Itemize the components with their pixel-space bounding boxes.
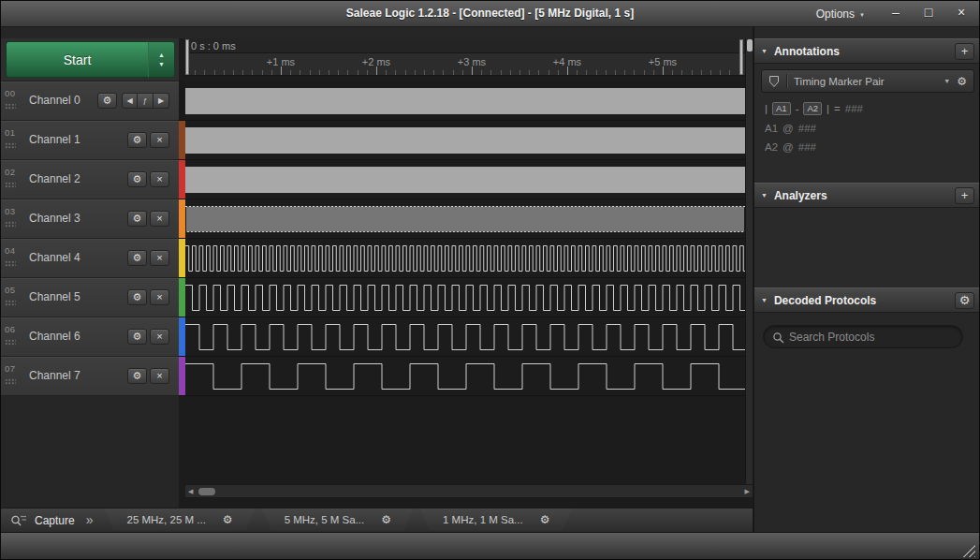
channel-color-indicator: [179, 239, 185, 278]
channel-row[interactable]: 07Channel 7⚙×: [1, 357, 179, 396]
channel-remove-button[interactable]: ×: [150, 171, 169, 187]
start-button-label: Start: [64, 52, 92, 67]
scroll-left-button[interactable]: ◀: [188, 488, 193, 495]
channel-label: Channel 0: [29, 94, 80, 107]
channel-remove-button[interactable]: ×: [150, 132, 169, 148]
channel-row[interactable]: 04Channel 4⚙×: [1, 239, 179, 278]
channel-settings-button[interactable]: ⚙: [127, 329, 147, 345]
channel-color-indicator: [179, 199, 185, 239]
channel-settings-button[interactable]: ⚙: [127, 250, 147, 266]
channel-remove-button[interactable]: ×: [150, 368, 169, 384]
drag-grip-icon: [5, 260, 16, 267]
waveform-row[interactable]: [185, 357, 745, 396]
channel-index: 06: [5, 324, 16, 334]
waveform-row[interactable]: [185, 317, 745, 357]
waveform-trace: [185, 317, 745, 357]
preset-tab-label: 25 MHz, 25 M ...: [127, 514, 206, 525]
collapse-triangle-icon: ▼: [761, 192, 768, 199]
channel-settings-button[interactable]: ⚙: [127, 132, 147, 148]
minimize-button[interactable]: –: [887, 5, 904, 20]
timing-marker-dropdown-icon[interactable]: ▼: [943, 78, 950, 84]
decoded-protocols-settings-button[interactable]: ⚙: [955, 292, 974, 309]
channel-remove-button[interactable]: ×: [150, 250, 169, 266]
timing-marker-pair-widget[interactable]: Timing Marker Pair ▼ ⚙: [761, 69, 974, 93]
timeline-tick-label: +2 ms: [357, 56, 396, 67]
waveform-row[interactable]: [185, 199, 745, 239]
decoded-protocols-header[interactable]: ▼ Decoded Protocols ⚙: [754, 287, 980, 313]
channel-row[interactable]: 06Channel 6⚙×: [1, 317, 179, 357]
channel-remove-button[interactable]: ×: [150, 289, 169, 305]
expand-presets-button[interactable]: »: [86, 512, 94, 527]
preset-tab[interactable]: 5 MHz, 5 M Sa...⚙: [262, 508, 414, 531]
trigger-edge-button[interactable]: ◀: [122, 93, 138, 109]
trigger-edge-button[interactable]: ▶: [154, 93, 169, 109]
waveform-row[interactable]: [185, 278, 745, 317]
app-window: Saleae Logic 1.2.18 - [Connected] - [5 M…: [0, 0, 980, 560]
channel-row[interactable]: 01Channel 1⚙×: [1, 121, 179, 160]
marker-a1-position: A1 @ ###: [765, 123, 863, 134]
horizontal-scrollbar[interactable]: ◀ ▶: [185, 484, 753, 498]
channel-remove-button[interactable]: ×: [150, 211, 169, 227]
channel-index: 02: [5, 167, 16, 177]
channel-row[interactable]: 00Channel 0⚙◀ƒ▶: [1, 81, 179, 121]
annotations-header[interactable]: ▼ Annotations +: [754, 38, 980, 64]
drag-grip-icon: [5, 300, 16, 306]
channel-row[interactable]: 03Channel 3⚙×: [1, 199, 179, 239]
analyzers-header[interactable]: ▼ Analyzers +: [754, 183, 980, 208]
preset-settings-gear-icon[interactable]: ⚙: [381, 513, 391, 526]
capture-bar: Capture » 25 MHz, 25 M ...⚙5 MHz, 5 M Sa…: [1, 508, 753, 532]
major-ticks: [185, 66, 745, 75]
channel-remove-button[interactable]: ×: [150, 329, 169, 345]
resize-grip[interactable]: [961, 543, 975, 557]
timeline-tick-label: +4 ms: [548, 56, 587, 67]
start-options-button[interactable]: ▲ ▼: [148, 41, 175, 78]
capture-tab[interactable]: Capture: [1, 508, 84, 533]
channel-row[interactable]: 05Channel 5⚙×: [1, 278, 179, 317]
timeline-right-handle[interactable]: [739, 39, 743, 75]
channel-index: 03: [5, 206, 16, 216]
close-button[interactable]: ×: [953, 5, 970, 20]
add-analyzer-button[interactable]: +: [955, 187, 974, 204]
scroll-right-button[interactable]: ▶: [745, 488, 750, 495]
protocol-search-input[interactable]: [789, 327, 956, 346]
channel-index: 01: [5, 127, 16, 138]
preset-settings-gear-icon[interactable]: ⚙: [540, 513, 550, 526]
preset-tab[interactable]: 25 MHz, 25 M ...⚙: [105, 508, 256, 531]
waveform-row[interactable]: [185, 160, 745, 199]
preset-settings-gear-icon[interactable]: ⚙: [223, 513, 233, 526]
start-area: Start ▲ ▼: [1, 38, 179, 81]
timing-marker-settings-icon[interactable]: ⚙: [957, 75, 967, 88]
horizontal-scrollbar-thumb[interactable]: [198, 488, 215, 495]
options-menu[interactable]: Options ▼: [816, 7, 865, 21]
delta-close-pipe: |: [826, 103, 829, 114]
channel-row[interactable]: 02Channel 2⚙×: [1, 160, 179, 199]
decoded-protocols-title: Decoded Protocols: [774, 294, 948, 307]
timeline-ruler[interactable]: +1 ms+2 ms+3 ms+4 ms+5 ms: [185, 53, 745, 76]
waveform-rows: [185, 81, 745, 396]
waveform-row[interactable]: [185, 81, 745, 121]
protocol-search: [763, 325, 963, 348]
start-button[interactable]: Start: [6, 41, 148, 78]
channel-settings-button[interactable]: ⚙: [127, 368, 147, 384]
waveform-row[interactable]: [185, 121, 745, 160]
drag-grip-icon: [5, 103, 16, 110]
channel-label: Channel 3: [29, 212, 80, 225]
channel-settings-button[interactable]: ⚙: [127, 171, 147, 187]
decoded-protocols-content: [754, 313, 980, 532]
add-annotation-button[interactable]: +: [955, 43, 974, 60]
channel-settings-button[interactable]: ⚙: [97, 93, 117, 109]
delta-open-pipe: |: [765, 103, 768, 114]
channel-label: Channel 5: [29, 290, 80, 303]
vertical-scrollbar[interactable]: [745, 38, 753, 484]
preset-tab[interactable]: 1 MHz, 1 M Sa...⚙: [420, 508, 572, 531]
right-panel: ▼ Annotations + Timing Marker Pair ▼ ⚙ |: [754, 27, 980, 532]
channel-settings-button[interactable]: ⚙: [127, 211, 147, 227]
waveform-row[interactable]: [185, 239, 745, 278]
titlebar[interactable]: Saleae Logic 1.2.18 - [Connected] - [5 M…: [1, 1, 979, 27]
maximize-button[interactable]: □: [920, 5, 937, 20]
timeline-left-handle[interactable]: [185, 39, 189, 75]
trigger-edge-button[interactable]: ƒ: [138, 93, 154, 109]
channel-color-indicator: [179, 121, 185, 160]
channel-color-indicator: [179, 357, 185, 396]
channel-settings-button[interactable]: ⚙: [127, 289, 147, 305]
